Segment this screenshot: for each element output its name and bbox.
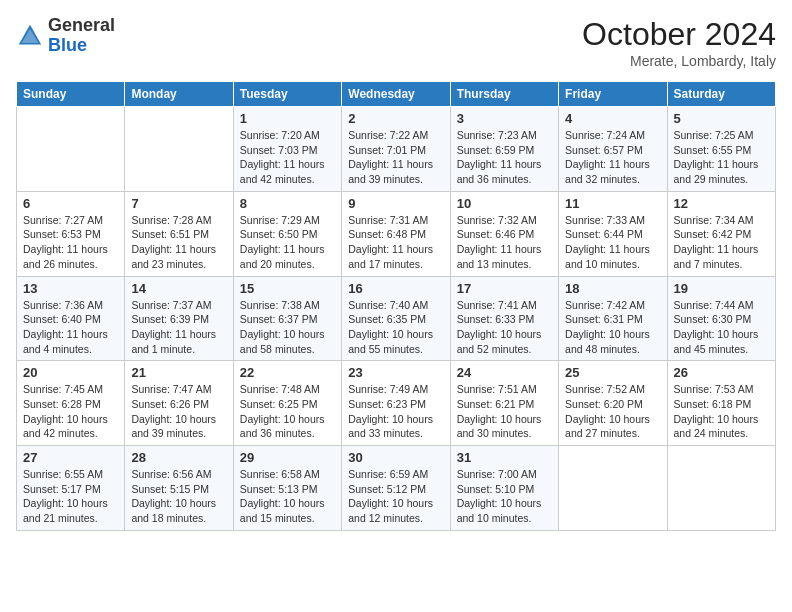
day-number: 20	[23, 365, 118, 380]
day-number: 22	[240, 365, 335, 380]
day-number: 28	[131, 450, 226, 465]
day-number: 18	[565, 281, 660, 296]
day-number: 12	[674, 196, 769, 211]
day-number: 2	[348, 111, 443, 126]
day-info: Sunrise: 7:20 AM Sunset: 7:03 PM Dayligh…	[240, 128, 335, 187]
week-row-1: 1Sunrise: 7:20 AM Sunset: 7:03 PM Daylig…	[17, 107, 776, 192]
month-title: October 2024	[582, 16, 776, 53]
day-cell	[667, 446, 775, 531]
day-cell: 30Sunrise: 6:59 AM Sunset: 5:12 PM Dayli…	[342, 446, 450, 531]
day-info: Sunrise: 7:48 AM Sunset: 6:25 PM Dayligh…	[240, 382, 335, 441]
day-number: 19	[674, 281, 769, 296]
day-number: 25	[565, 365, 660, 380]
day-number: 15	[240, 281, 335, 296]
week-row-4: 20Sunrise: 7:45 AM Sunset: 6:28 PM Dayli…	[17, 361, 776, 446]
calendar-table: SundayMondayTuesdayWednesdayThursdayFrid…	[16, 81, 776, 531]
logo-general-text: General	[48, 15, 115, 35]
day-cell: 14Sunrise: 7:37 AM Sunset: 6:39 PM Dayli…	[125, 276, 233, 361]
day-cell: 1Sunrise: 7:20 AM Sunset: 7:03 PM Daylig…	[233, 107, 341, 192]
day-number: 4	[565, 111, 660, 126]
column-header-saturday: Saturday	[667, 82, 775, 107]
day-cell: 12Sunrise: 7:34 AM Sunset: 6:42 PM Dayli…	[667, 191, 775, 276]
logo: General Blue	[16, 16, 115, 56]
day-number: 8	[240, 196, 335, 211]
day-cell: 7Sunrise: 7:28 AM Sunset: 6:51 PM Daylig…	[125, 191, 233, 276]
day-cell: 4Sunrise: 7:24 AM Sunset: 6:57 PM Daylig…	[559, 107, 667, 192]
day-cell: 27Sunrise: 6:55 AM Sunset: 5:17 PM Dayli…	[17, 446, 125, 531]
day-info: Sunrise: 6:59 AM Sunset: 5:12 PM Dayligh…	[348, 467, 443, 526]
day-cell: 19Sunrise: 7:44 AM Sunset: 6:30 PM Dayli…	[667, 276, 775, 361]
day-number: 1	[240, 111, 335, 126]
week-row-5: 27Sunrise: 6:55 AM Sunset: 5:17 PM Dayli…	[17, 446, 776, 531]
day-info: Sunrise: 7:23 AM Sunset: 6:59 PM Dayligh…	[457, 128, 552, 187]
column-header-friday: Friday	[559, 82, 667, 107]
day-cell: 5Sunrise: 7:25 AM Sunset: 6:55 PM Daylig…	[667, 107, 775, 192]
day-cell: 6Sunrise: 7:27 AM Sunset: 6:53 PM Daylig…	[17, 191, 125, 276]
day-info: Sunrise: 7:34 AM Sunset: 6:42 PM Dayligh…	[674, 213, 769, 272]
column-header-sunday: Sunday	[17, 82, 125, 107]
day-number: 26	[674, 365, 769, 380]
day-info: Sunrise: 7:25 AM Sunset: 6:55 PM Dayligh…	[674, 128, 769, 187]
day-number: 14	[131, 281, 226, 296]
calendar-body: 1Sunrise: 7:20 AM Sunset: 7:03 PM Daylig…	[17, 107, 776, 531]
day-cell: 24Sunrise: 7:51 AM Sunset: 6:21 PM Dayli…	[450, 361, 558, 446]
week-row-3: 13Sunrise: 7:36 AM Sunset: 6:40 PM Dayli…	[17, 276, 776, 361]
day-info: Sunrise: 6:56 AM Sunset: 5:15 PM Dayligh…	[131, 467, 226, 526]
day-info: Sunrise: 7:33 AM Sunset: 6:44 PM Dayligh…	[565, 213, 660, 272]
day-info: Sunrise: 7:36 AM Sunset: 6:40 PM Dayligh…	[23, 298, 118, 357]
day-cell: 13Sunrise: 7:36 AM Sunset: 6:40 PM Dayli…	[17, 276, 125, 361]
column-header-wednesday: Wednesday	[342, 82, 450, 107]
day-info: Sunrise: 7:31 AM Sunset: 6:48 PM Dayligh…	[348, 213, 443, 272]
day-number: 27	[23, 450, 118, 465]
day-info: Sunrise: 7:28 AM Sunset: 6:51 PM Dayligh…	[131, 213, 226, 272]
day-number: 6	[23, 196, 118, 211]
day-cell: 2Sunrise: 7:22 AM Sunset: 7:01 PM Daylig…	[342, 107, 450, 192]
day-info: Sunrise: 7:32 AM Sunset: 6:46 PM Dayligh…	[457, 213, 552, 272]
day-number: 7	[131, 196, 226, 211]
page-header: General Blue October 2024 Merate, Lombar…	[16, 16, 776, 69]
day-info: Sunrise: 7:27 AM Sunset: 6:53 PM Dayligh…	[23, 213, 118, 272]
day-number: 3	[457, 111, 552, 126]
column-header-tuesday: Tuesday	[233, 82, 341, 107]
day-number: 13	[23, 281, 118, 296]
day-info: Sunrise: 7:29 AM Sunset: 6:50 PM Dayligh…	[240, 213, 335, 272]
day-info: Sunrise: 7:41 AM Sunset: 6:33 PM Dayligh…	[457, 298, 552, 357]
day-info: Sunrise: 7:24 AM Sunset: 6:57 PM Dayligh…	[565, 128, 660, 187]
day-cell: 18Sunrise: 7:42 AM Sunset: 6:31 PM Dayli…	[559, 276, 667, 361]
day-cell: 26Sunrise: 7:53 AM Sunset: 6:18 PM Dayli…	[667, 361, 775, 446]
day-info: Sunrise: 7:52 AM Sunset: 6:20 PM Dayligh…	[565, 382, 660, 441]
day-cell: 17Sunrise: 7:41 AM Sunset: 6:33 PM Dayli…	[450, 276, 558, 361]
column-header-thursday: Thursday	[450, 82, 558, 107]
week-row-2: 6Sunrise: 7:27 AM Sunset: 6:53 PM Daylig…	[17, 191, 776, 276]
day-cell: 20Sunrise: 7:45 AM Sunset: 6:28 PM Dayli…	[17, 361, 125, 446]
day-info: Sunrise: 7:37 AM Sunset: 6:39 PM Dayligh…	[131, 298, 226, 357]
day-cell: 16Sunrise: 7:40 AM Sunset: 6:35 PM Dayli…	[342, 276, 450, 361]
day-cell: 25Sunrise: 7:52 AM Sunset: 6:20 PM Dayli…	[559, 361, 667, 446]
day-number: 30	[348, 450, 443, 465]
day-cell: 8Sunrise: 7:29 AM Sunset: 6:50 PM Daylig…	[233, 191, 341, 276]
day-number: 16	[348, 281, 443, 296]
day-number: 29	[240, 450, 335, 465]
day-info: Sunrise: 7:42 AM Sunset: 6:31 PM Dayligh…	[565, 298, 660, 357]
day-number: 11	[565, 196, 660, 211]
day-cell: 10Sunrise: 7:32 AM Sunset: 6:46 PM Dayli…	[450, 191, 558, 276]
day-info: Sunrise: 7:49 AM Sunset: 6:23 PM Dayligh…	[348, 382, 443, 441]
location: Merate, Lombardy, Italy	[582, 53, 776, 69]
day-number: 24	[457, 365, 552, 380]
day-info: Sunrise: 7:53 AM Sunset: 6:18 PM Dayligh…	[674, 382, 769, 441]
day-cell: 22Sunrise: 7:48 AM Sunset: 6:25 PM Dayli…	[233, 361, 341, 446]
day-number: 5	[674, 111, 769, 126]
day-info: Sunrise: 6:58 AM Sunset: 5:13 PM Dayligh…	[240, 467, 335, 526]
day-info: Sunrise: 6:55 AM Sunset: 5:17 PM Dayligh…	[23, 467, 118, 526]
day-number: 21	[131, 365, 226, 380]
logo-blue-text: Blue	[48, 35, 87, 55]
day-cell	[17, 107, 125, 192]
day-info: Sunrise: 7:44 AM Sunset: 6:30 PM Dayligh…	[674, 298, 769, 357]
day-cell: 3Sunrise: 7:23 AM Sunset: 6:59 PM Daylig…	[450, 107, 558, 192]
day-cell: 23Sunrise: 7:49 AM Sunset: 6:23 PM Dayli…	[342, 361, 450, 446]
day-info: Sunrise: 7:00 AM Sunset: 5:10 PM Dayligh…	[457, 467, 552, 526]
day-info: Sunrise: 7:45 AM Sunset: 6:28 PM Dayligh…	[23, 382, 118, 441]
day-info: Sunrise: 7:47 AM Sunset: 6:26 PM Dayligh…	[131, 382, 226, 441]
title-block: October 2024 Merate, Lombardy, Italy	[582, 16, 776, 69]
day-cell: 9Sunrise: 7:31 AM Sunset: 6:48 PM Daylig…	[342, 191, 450, 276]
